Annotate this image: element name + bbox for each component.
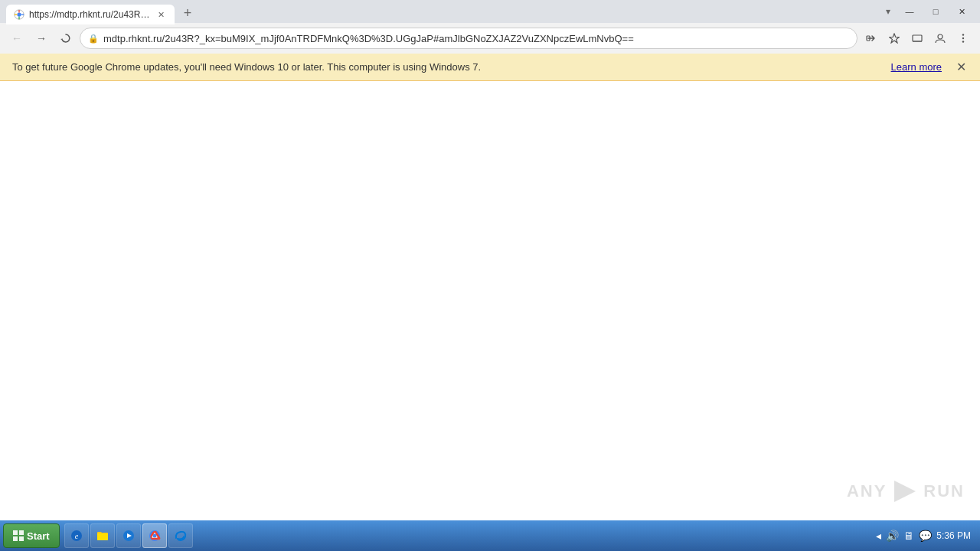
taskbar-edge-button[interactable]	[168, 523, 193, 548]
svg-point-10	[962, 41, 964, 42]
tab-close-button[interactable]: ✕	[155, 8, 167, 21]
toolbar-actions	[861, 28, 974, 49]
start-button[interactable]: Start	[3, 523, 60, 548]
svg-text:e: e	[74, 532, 78, 540]
share-icon	[866, 33, 877, 44]
profile-button[interactable]	[929, 28, 951, 49]
info-bar: To get future Google Chrome updates, you…	[0, 54, 980, 81]
system-tray: ◂ 🔊 🖥 💬 5:36 PM	[870, 530, 977, 542]
lock-icon: 🔒	[88, 34, 99, 44]
svg-point-8	[962, 34, 964, 35]
bookmark-button[interactable]	[884, 28, 905, 49]
maximize-button[interactable]: □	[923, 4, 948, 19]
windows-icon	[13, 530, 24, 541]
cast-button[interactable]	[906, 28, 928, 49]
watermark: ANY RUN	[847, 478, 965, 505]
tab-strip: https://mdtp.rhknt.ru/2u43R?_kx=b... ✕ +	[6, 0, 879, 23]
forward-button[interactable]: →	[31, 28, 52, 49]
taskbar-ie-button[interactable]: e	[64, 523, 89, 548]
tray-chat-icon[interactable]: 💬	[919, 530, 932, 542]
title-bar: https://mdtp.rhknt.ru/2u43R?_kx=b... ✕ +…	[0, 0, 980, 23]
toolbar: ← → 🔒	[0, 23, 980, 54]
minimize-button[interactable]: —	[897, 4, 922, 19]
folder-icon	[96, 529, 109, 543]
taskbar-explorer-button[interactable]	[90, 523, 115, 548]
tab-scroll-button[interactable]: ▾	[879, 2, 897, 21]
svg-rect-14	[13, 536, 18, 541]
svg-rect-12	[13, 530, 18, 535]
back-button[interactable]: ←	[6, 28, 28, 49]
menu-button[interactable]	[952, 28, 974, 49]
browser-content: ANY RUN	[0, 81, 980, 520]
reload-icon	[60, 33, 71, 44]
svg-point-9	[962, 37, 964, 39]
ie-icon: e	[70, 529, 83, 543]
start-label: Start	[27, 530, 50, 542]
star-icon	[889, 33, 900, 44]
profile-icon	[935, 33, 946, 44]
tray-volume-icon[interactable]: 🔊	[886, 530, 899, 542]
info-bar-close-button[interactable]: ✕	[954, 60, 968, 74]
window-controls: — □ ✕	[897, 4, 974, 19]
watermark-text: ANY	[847, 481, 887, 501]
taskbar-chrome-button[interactable]	[142, 523, 167, 548]
active-tab[interactable]: https://mdtp.rhknt.ru/2u43R?_kx=b... ✕	[6, 5, 175, 24]
watermark-logo	[891, 478, 919, 505]
tab-favicon	[14, 9, 24, 20]
svg-rect-5	[913, 35, 922, 41]
chrome-icon	[148, 529, 162, 543]
tray-show-icon[interactable]: ◂	[876, 530, 881, 542]
reload-button[interactable]	[55, 28, 77, 49]
svg-marker-4	[890, 34, 900, 43]
edge-icon	[174, 529, 188, 543]
taskbar-items: e	[61, 523, 869, 548]
share-button[interactable]	[861, 28, 882, 49]
info-bar-message: To get future Google Chrome updates, you…	[12, 61, 885, 73]
address-input[interactable]	[103, 33, 849, 44]
svg-marker-2	[60, 39, 63, 41]
address-bar-container: 🔒	[80, 28, 858, 49]
svg-rect-13	[19, 530, 24, 535]
new-tab-button[interactable]: +	[178, 3, 198, 23]
close-button[interactable]: ✕	[949, 4, 974, 19]
svg-point-1	[17, 12, 21, 16]
taskbar-media-button[interactable]	[116, 523, 141, 548]
watermark-text-2: RUN	[923, 481, 965, 501]
svg-marker-11	[894, 481, 916, 502]
tray-display-icon[interactable]: 🖥	[903, 530, 914, 542]
svg-rect-15	[19, 536, 24, 541]
svg-point-7	[938, 34, 942, 39]
cast-icon	[912, 33, 923, 44]
media-icon	[122, 529, 136, 543]
learn-more-link[interactable]: Learn more	[891, 61, 942, 73]
menu-icon	[958, 33, 969, 44]
taskbar: Start e	[0, 520, 980, 551]
tab-title: https://mdtp.rhknt.ru/2u43R?_kx=b...	[29, 9, 150, 20]
tray-time: 5:36 PM	[936, 530, 971, 541]
